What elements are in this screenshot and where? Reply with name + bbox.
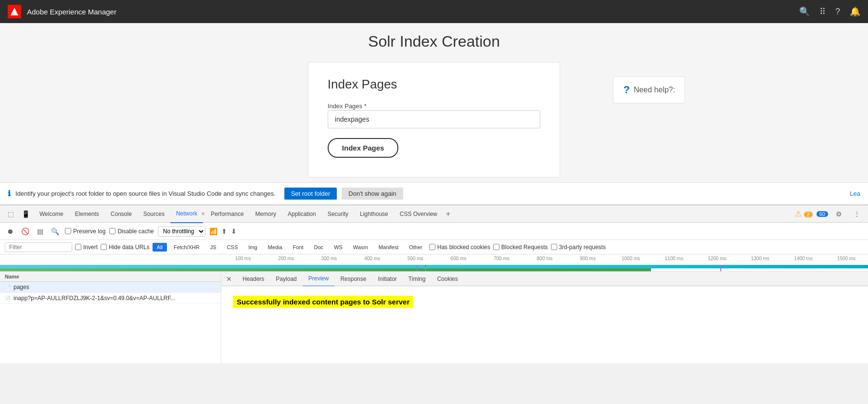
filter-font-button[interactable]: Font (289, 243, 307, 251)
third-party-checkbox[interactable] (551, 244, 557, 250)
filter-css-button[interactable]: CSS (223, 243, 242, 251)
devtools-panel: ⬚ 📱 Welcome Elements Console Sources Net… (0, 204, 868, 363)
settings-icon[interactable]: ⚙ (832, 205, 846, 223)
blocked-requests-label[interactable]: Blocked Requests (493, 244, 548, 251)
blocked-requests-checkbox[interactable] (493, 244, 499, 250)
tab-memory[interactable]: Memory (250, 205, 282, 223)
form-container: Index Pages Index Pages * Index Pages (308, 62, 560, 177)
detail-tab-timing[interactable]: Timing (403, 272, 432, 286)
throttle-select[interactable]: No throttling (158, 226, 205, 237)
warning-badge: ⚠ 2 (795, 209, 813, 218)
tab-welcome[interactable]: Welcome (34, 205, 69, 223)
detail-tab-response[interactable]: Response (334, 272, 372, 286)
details-close-button[interactable]: ✕ (221, 272, 237, 286)
invert-label[interactable]: Invert (75, 244, 98, 251)
network-list: Name 📄 pages 📄 inapp?p=AP-AULLRFDZLJ9K-2… (0, 272, 221, 363)
tab-css-overview[interactable]: CSS Overview (394, 205, 443, 223)
has-blocked-cookies-text: Has blocked cookies (437, 244, 490, 251)
filter-all-button[interactable]: All (153, 243, 167, 252)
clear-icon[interactable]: 🚫 (19, 227, 31, 236)
preserve-log-label[interactable]: Preserve log (65, 228, 105, 235)
search-icon[interactable]: 🔍 (799, 6, 810, 17)
tab-lighthouse[interactable]: Lighthouse (354, 205, 394, 223)
tl-100ms: 100 ms (221, 256, 265, 261)
hide-data-urls-checkbox[interactable] (101, 244, 107, 250)
timeline-labels: 100 ms 200 ms 300 ms 400 ms 500 ms 600 m… (0, 256, 868, 261)
filter-js-button[interactable]: JS (206, 243, 220, 251)
detail-tab-preview[interactable]: Preview (303, 271, 335, 287)
tab-network[interactable]: Network (170, 205, 203, 223)
adobe-logo (8, 5, 21, 18)
need-help-widget: ? Need help?: (613, 76, 685, 103)
filter-doc-button[interactable]: Doc (310, 243, 328, 251)
timeline-scrubber[interactable] (425, 265, 426, 271)
info-message: Identify your project's root folder to o… (15, 190, 276, 197)
device-icon[interactable]: 📱 (18, 205, 34, 223)
wifi-icon[interactable]: 📶 (209, 227, 217, 235)
warning-icon: ⚠ (795, 210, 802, 218)
third-party-label[interactable]: 3rd-party requests (551, 244, 606, 251)
tl-1300ms: 1300 ms (739, 256, 782, 261)
file-icon: 📄 (5, 296, 11, 301)
timeline-marker-2 (720, 265, 721, 271)
dock-icon[interactable]: ⬚ (4, 205, 18, 223)
filter-ws-button[interactable]: WS (330, 243, 346, 251)
search-network-icon[interactable]: 🔍 (49, 227, 61, 236)
tab-security[interactable]: Security (322, 205, 354, 223)
disable-cache-checkbox[interactable] (109, 228, 115, 234)
tl-300ms: 300 ms (307, 256, 351, 261)
filter-wasm-button[interactable]: Wasm (349, 243, 372, 251)
main-content: Solr Index Creation Index Pages Index Pa… (0, 23, 868, 182)
list-item[interactable]: 📄 inapp?p=AP-AULLRFDZLJ9K-2-1&sv=0.49.0&… (0, 293, 221, 304)
preserve-log-checkbox[interactable] (65, 228, 71, 234)
tl-1400ms: 1400 ms (782, 256, 825, 261)
detail-tab-headers[interactable]: Headers (237, 272, 270, 286)
tab-sources[interactable]: Sources (138, 205, 170, 223)
learn-more-link[interactable]: Lea (850, 190, 860, 197)
tl-1000ms: 1000 ms (609, 256, 652, 261)
filter-icon[interactable]: ▤ (35, 227, 45, 236)
file-icon: 📄 (5, 285, 11, 290)
index-pages-button[interactable]: Index Pages (328, 138, 399, 158)
filter-media-button[interactable]: Media (264, 243, 286, 251)
has-blocked-cookies-checkbox[interactable] (429, 244, 435, 250)
detail-tab-payload[interactable]: Payload (270, 272, 302, 286)
tab-console[interactable]: Console (105, 205, 138, 223)
tab-network-close[interactable]: ✕ (201, 211, 205, 216)
more-options-icon[interactable]: ⋮ (850, 205, 864, 223)
filter-other-button[interactable]: Other (405, 243, 426, 251)
has-blocked-cookies-label[interactable]: Has blocked cookies (429, 244, 490, 251)
index-pages-input[interactable] (328, 110, 540, 128)
need-help-label: Need help?: (634, 86, 675, 94)
top-navigation: Adobe Experience Manager 🔍 ⠿ ? 🔔 (0, 0, 868, 23)
network-list-header: Name (0, 272, 221, 282)
invert-checkbox[interactable] (75, 244, 81, 250)
disable-cache-label[interactable]: Disable cache (109, 228, 153, 235)
upload-icon[interactable]: ⬆ (221, 227, 227, 235)
set-root-folder-button[interactable]: Set root folder (284, 188, 337, 200)
detail-tab-cookies[interactable]: Cookies (431, 272, 463, 286)
add-panel-icon[interactable]: + (443, 210, 453, 218)
filter-input[interactable] (5, 242, 72, 252)
tab-application[interactable]: Application (282, 205, 322, 223)
download-icon[interactable]: ⬇ (231, 227, 237, 235)
help-icon[interactable]: ? (835, 7, 840, 17)
tab-performance[interactable]: Performance (205, 205, 250, 223)
filter-img-button[interactable]: Img (244, 243, 261, 251)
timeline-row: 100 ms 200 ms 300 ms 400 ms 500 ms 600 m… (0, 254, 868, 265)
tl-1200ms: 1200 ms (696, 256, 739, 261)
page-title: Solr Index Creation (0, 33, 868, 50)
filter-manifest-button[interactable]: Manifest (375, 243, 403, 251)
network-item-name-0: pages (13, 284, 29, 290)
detail-tab-initiator[interactable]: Initiator (372, 272, 402, 286)
filter-fetch-xhr-button[interactable]: Fetch/XHR (170, 243, 204, 251)
list-item[interactable]: 📄 pages (0, 282, 221, 293)
dont-show-again-button[interactable]: Don't show again (342, 188, 403, 200)
record-icon[interactable]: ⏺ (5, 227, 15, 236)
grid-icon[interactable]: ⠿ (819, 6, 826, 17)
waterfall-bar-top (0, 265, 868, 268)
bell-icon[interactable]: 🔔 (850, 6, 860, 17)
timeline-marker-1 (417, 265, 418, 271)
tab-elements[interactable]: Elements (69, 205, 105, 223)
hide-data-urls-label[interactable]: Hide data URLs (101, 244, 150, 251)
